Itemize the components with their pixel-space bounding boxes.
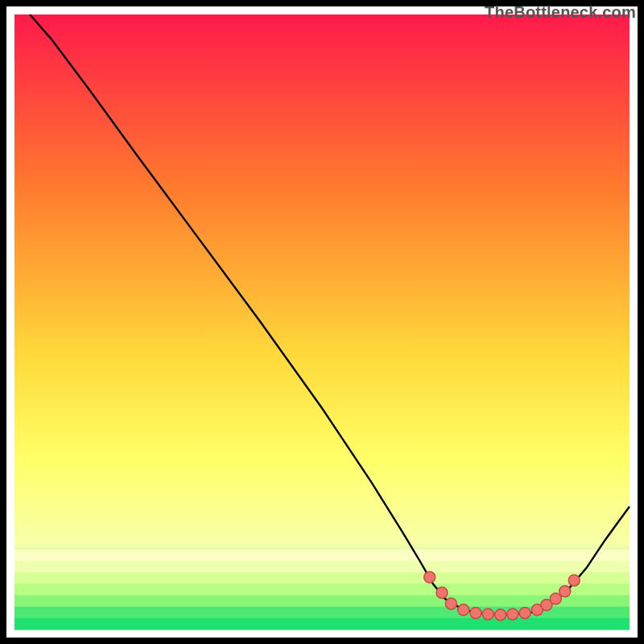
valley-dot [424,572,436,583]
band-strip [14,618,630,630]
valley-dot [482,609,493,620]
valley-dot [458,605,469,616]
valley-dot [559,586,571,597]
valley-dot [568,575,580,586]
valley-dot [470,607,481,618]
valley-dot [436,587,448,598]
valley-dot [445,598,456,609]
valley-dot [507,609,518,620]
valley-dot [519,607,530,618]
valley-dot [550,593,561,605]
green-bands [14,550,630,630]
watermark-text: TheBottleneck.com [485,3,636,22]
band-strip [14,550,630,562]
chart-svg [0,0,644,644]
band-strip [14,584,630,596]
valley-dot [495,609,506,621]
chart-container: TheBottleneck.com [0,0,644,644]
band-strip [14,561,630,573]
band-strip [14,572,630,584]
plot-background [14,14,630,630]
